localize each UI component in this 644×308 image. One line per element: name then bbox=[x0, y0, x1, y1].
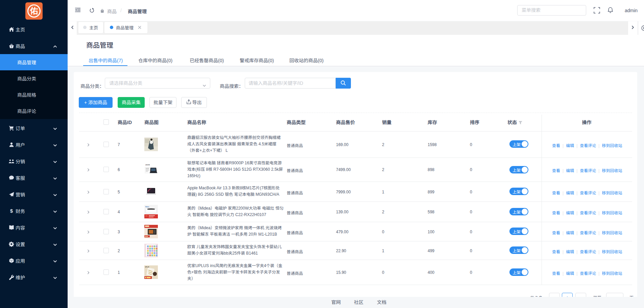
svg-text:Midea: Midea bbox=[145, 206, 149, 208]
svg-text:UPLUS: UPLUS bbox=[145, 266, 149, 268]
svg-text:$: $ bbox=[10, 208, 13, 214]
svg-text:佑: 佑 bbox=[30, 4, 38, 16]
svg-text:LEGION: LEGION bbox=[145, 164, 150, 166]
svg-text:221: 221 bbox=[145, 215, 148, 217]
